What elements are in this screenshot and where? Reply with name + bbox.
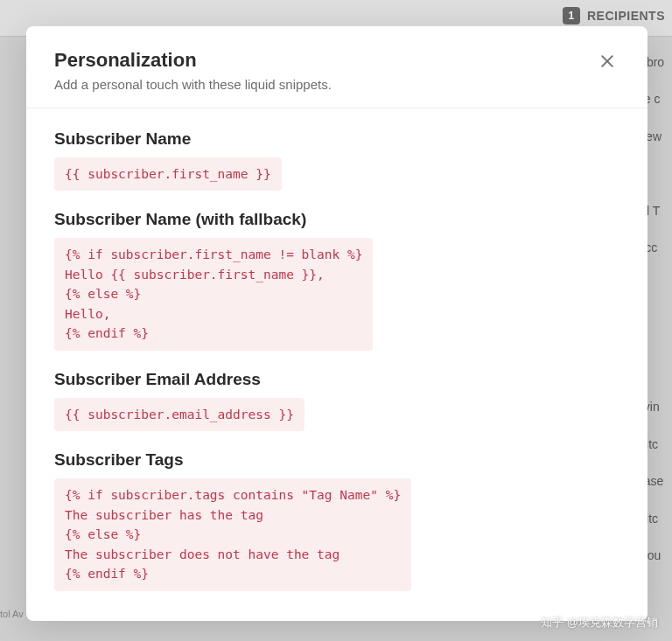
code-snippet-subscriber-tags[interactable]: {% if subscriber.tags contains "Tag Name…: [54, 478, 411, 590]
personalization-modal: Personalization Add a personal touch wit…: [26, 26, 648, 621]
modal-title: Personalization: [54, 49, 332, 72]
code-snippet-subscriber-name[interactable]: {{ subscriber.first_name }}: [54, 157, 282, 191]
section-heading-subscriber-name: Subscriber Name: [54, 129, 620, 149]
close-button[interactable]: [595, 49, 620, 73]
section-heading-subscriber-email: Subscriber Email Address: [54, 370, 620, 389]
section-heading-subscriber-tags: Subscriber Tags: [54, 450, 620, 470]
code-snippet-subscriber-email[interactable]: {{ subscriber.email_address }}: [54, 398, 304, 431]
modal-body: Subscriber Name {{ subscriber.first_name…: [26, 108, 648, 621]
section-heading-subscriber-name-fallback: Subscriber Name (with fallback): [54, 210, 620, 229]
modal-header: Personalization Add a personal touch wit…: [26, 26, 648, 108]
close-icon: [598, 52, 616, 70]
modal-header-text: Personalization Add a personal touch wit…: [54, 49, 332, 92]
modal-subtitle: Add a personal touch with these liquid s…: [54, 77, 332, 92]
code-snippet-subscriber-name-fallback[interactable]: {% if subscriber.first_name != blank %} …: [54, 238, 373, 350]
